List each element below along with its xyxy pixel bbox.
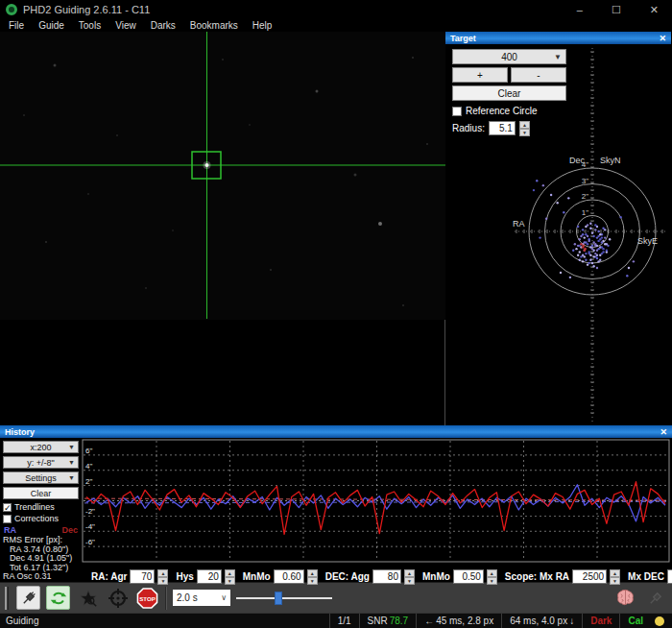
target-close-icon[interactable]: ✕ <box>659 34 666 43</box>
chevron-down-icon: ▼ <box>554 53 562 61</box>
spin-down-icon[interactable]: ▼ <box>519 129 530 136</box>
target-clear-button[interactable]: Clear <box>452 85 566 101</box>
svg-text:-6": -6" <box>85 538 95 546</box>
maximize-button[interactable]: ☐ <box>612 4 621 16</box>
spin-up-icon[interactable]: ▲ <box>487 569 497 577</box>
skye-axis-label: SkyE <box>637 236 658 246</box>
scope-max-ra-input[interactable] <box>572 569 607 584</box>
camera-tool-icon <box>647 590 664 607</box>
target-plot-area: 400 ▼ + - Clear Reference Circle Radius: <box>445 44 671 425</box>
dec-aggression-spinner[interactable]: ▲▼ <box>404 569 415 584</box>
spin-up-icon[interactable]: ▲ <box>225 569 235 577</box>
ra-axis-label: RA <box>513 219 525 229</box>
menu-view[interactable]: View <box>115 20 136 31</box>
usb-plug-icon <box>20 590 37 607</box>
menu-guide[interactable]: Guide <box>38 20 64 31</box>
radius-input[interactable] <box>489 121 516 135</box>
minimize-button[interactable]: – <box>577 4 583 16</box>
scope-max-dec-input[interactable] <box>667 569 672 584</box>
toolbar-grip[interactable] <box>5 587 9 610</box>
history-panel-titlebar[interactable]: History ✕ <box>0 425 672 438</box>
target-panel-titlebar[interactable]: Target ✕ <box>445 32 671 44</box>
status-dark-indicator: Dark <box>582 614 619 628</box>
history-xscale-value: x:200 <box>30 443 51 452</box>
svg-text:3": 3" <box>582 177 588 185</box>
menu-tools[interactable]: Tools <box>79 20 101 31</box>
guide-state-text: Guiding <box>0 616 44 626</box>
close-button[interactable]: ✕ <box>650 4 659 16</box>
brain-settings-button[interactable] <box>613 586 637 610</box>
target-zoom-in-button[interactable]: + <box>452 67 508 83</box>
history-close-icon[interactable]: ✕ <box>660 427 667 437</box>
skyn-axis-label: SkyN <box>600 156 621 165</box>
stop-sign-icon: STOP <box>136 587 158 610</box>
ra-aggression-spinner[interactable]: ▲▼ <box>157 569 168 584</box>
menu-file[interactable]: File <box>9 20 24 31</box>
trendlines-checkbox[interactable]: ✓ <box>3 503 12 512</box>
svg-text:-4": -4" <box>85 522 95 531</box>
scope-max-ra-spinner[interactable]: ▲▼ <box>610 569 620 584</box>
ra-aggression-input[interactable] <box>130 569 155 584</box>
toolbar-separator <box>165 587 167 610</box>
gamma-slider[interactable] <box>236 589 332 608</box>
history-panel: History ✕ x:200▼ y: +/-8"▼ Settings▼ Cle… <box>0 425 672 582</box>
spin-up-icon[interactable]: ▲ <box>157 569 168 577</box>
history-settings-select[interactable]: Settings▼ <box>3 471 79 484</box>
guide-camera-view[interactable] <box>0 32 445 425</box>
loop-arrows-icon <box>50 590 67 607</box>
history-controls: x:200▼ y: +/-8"▼ Settings▼ Clear ✓ Trend… <box>0 438 82 587</box>
dec-minmove-input[interactable] <box>453 569 484 584</box>
loop-exposures-button[interactable] <box>46 586 70 610</box>
spin-down-icon[interactable]: ▼ <box>404 577 415 585</box>
spin-down-icon[interactable]: ▼ <box>225 577 235 585</box>
menu-bookmarks[interactable]: Bookmarks <box>190 20 238 31</box>
status-cal-indicator: Cal <box>619 614 651 628</box>
history-xscale-select[interactable]: x:200▼ <box>3 441 79 453</box>
spin-up-icon[interactable]: ▲ <box>307 569 318 577</box>
exposure-select[interactable]: 2.0 s ∨ <box>173 590 230 606</box>
corrections-checkbox[interactable] <box>3 515 12 523</box>
spin-down-icon[interactable]: ▼ <box>610 577 620 585</box>
reference-circle-checkbox[interactable] <box>452 107 462 116</box>
target-zoom-out-button[interactable]: - <box>511 67 566 83</box>
menu-help[interactable]: Help <box>252 20 273 31</box>
slider-track <box>236 597 332 599</box>
dec-axis-label: Dec <box>569 156 586 165</box>
history-clear-button[interactable]: Clear <box>3 487 79 499</box>
history-yscale-select[interactable]: y: +/-8"▼ <box>3 456 79 469</box>
connect-equipment-button[interactable] <box>16 586 40 610</box>
chevron-down-icon: ▼ <box>68 474 75 481</box>
dec-minmove-spinner[interactable]: ▲▼ <box>487 569 497 584</box>
ra-trace-label: RA <box>4 525 16 535</box>
ra-minmove-spinner[interactable]: ▲▼ <box>307 569 318 584</box>
starfield-image <box>0 32 445 425</box>
spin-down-icon[interactable]: ▼ <box>157 577 168 585</box>
status-ra-pulse: ← 45 ms, 2.8 px <box>416 614 501 628</box>
guide-button[interactable] <box>106 586 130 610</box>
radius-spinner[interactable]: ▲▼ <box>519 121 530 135</box>
spin-up-icon[interactable]: ▲ <box>404 569 415 577</box>
spin-down-icon[interactable]: ▼ <box>487 577 497 585</box>
stop-button[interactable]: STOP <box>135 586 159 610</box>
svg-text:4": 4" <box>85 462 92 471</box>
scope-max-ra-label: Scope: Mx RA <box>505 571 569 582</box>
target-panel-title: Target <box>450 34 476 43</box>
spin-up-icon[interactable]: ▲ <box>610 569 620 577</box>
ra-hysteresis-input[interactable] <box>197 569 222 584</box>
spin-down-icon[interactable]: ▼ <box>307 577 318 585</box>
ra-hysteresis-label: Hys <box>176 571 193 582</box>
menu-darks[interactable]: Darks <box>151 20 176 31</box>
history-clear-label: Clear <box>31 489 52 498</box>
target-zoom-select[interactable]: 400 ▼ <box>452 49 566 64</box>
menubar: FileGuideToolsViewDarksBookmarksHelp <box>0 19 672 32</box>
corrections-label: Corrections <box>14 514 59 523</box>
spin-up-icon[interactable]: ▲ <box>519 121 530 129</box>
brain-icon <box>615 588 636 608</box>
auto-select-star-button[interactable] <box>76 586 100 610</box>
ra-minmove-input[interactable] <box>274 569 304 584</box>
dec-aggression-input[interactable] <box>372 569 401 584</box>
history-yscale-value: y: +/-8" <box>27 458 54 468</box>
slider-handle[interactable] <box>275 592 282 605</box>
camera-properties-button[interactable] <box>643 586 667 610</box>
ra-hysteresis-spinner[interactable]: ▲▼ <box>225 569 235 584</box>
